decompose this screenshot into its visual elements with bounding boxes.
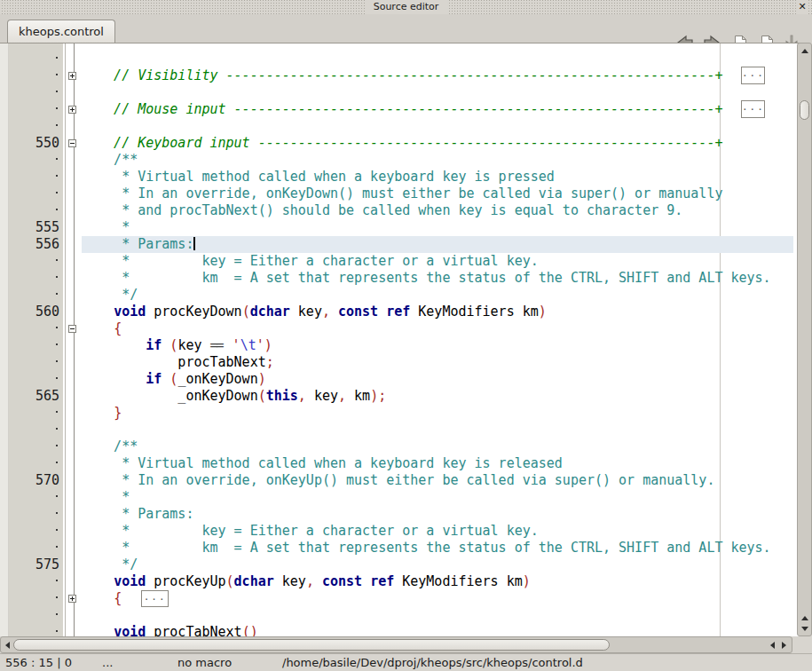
token-s: , (338, 388, 346, 404)
code-line[interactable]: * and procTabNext() should be called whe… (0, 202, 793, 219)
line-dot (56, 495, 58, 497)
code-text: /** (82, 438, 793, 455)
line-dot (56, 377, 58, 379)
line-dot (56, 175, 58, 177)
line-number: 560 (35, 304, 59, 320)
macro-state-indicator: no macro (177, 654, 232, 671)
line-dot (56, 74, 58, 75)
token-c: // Keyboard input ----------------------… (82, 135, 722, 151)
code-text: if (_onKeyDown) (82, 371, 793, 388)
scroll-right-button[interactable] (779, 637, 789, 652)
code-line[interactable]: /** (0, 438, 793, 455)
code-line[interactable]: void procTabNext() (0, 624, 793, 636)
code-line[interactable]: 550 // Keyboard input ------------------… (0, 135, 793, 152)
gutter-cell (0, 354, 64, 371)
vertical-scrollbar[interactable] (797, 43, 812, 636)
line-dot (56, 411, 58, 413)
code-line[interactable]: * In an override, onKeyDown() must eithe… (0, 186, 793, 202)
token-d: * In an override, onKeyDown() must eithe… (82, 186, 722, 201)
chevron-right-icon (782, 642, 786, 649)
vertical-scrollbar-thumb[interactable] (800, 100, 809, 120)
fold-cell (64, 557, 82, 573)
close-icon[interactable]: ✕ (796, 0, 808, 14)
token-p: key (177, 337, 209, 353)
fold-collapse-icon[interactable] (68, 325, 76, 333)
gutter-cell (0, 320, 64, 337)
code-line[interactable]: * (0, 489, 793, 506)
fold-expand-icon[interactable] (68, 595, 76, 603)
code-line[interactable]: 560 void procKeyDown(dchar key, const re… (0, 304, 793, 320)
scroll-up-button[interactable] (798, 45, 811, 56)
code-line[interactable]: * key = Either a character or a virtual … (0, 523, 793, 540)
line-dot (56, 91, 58, 92)
code-line[interactable] (0, 84, 793, 101)
scroll-left-button[interactable] (3, 637, 12, 652)
horizontal-scrollbar-thumb[interactable] (13, 639, 610, 651)
code-line[interactable]: 565 _onKeyDown(this, key, km); (0, 388, 793, 405)
code-line[interactable]: { (0, 320, 793, 337)
chevron-up-icon (801, 616, 808, 620)
code-line[interactable] (0, 118, 793, 135)
code-text: * (82, 219, 793, 236)
fold-cell (64, 118, 82, 135)
token-e: \t (240, 337, 256, 353)
scrollbar-corner (792, 636, 812, 653)
collapsed-fold-ellipsis[interactable]: ... (141, 590, 169, 607)
line-number: 555 (35, 219, 59, 235)
current-code-line[interactable]: 556 * Params: (0, 236, 793, 253)
token-p: KeyModifiers km (410, 304, 539, 320)
fold-cell (64, 152, 82, 169)
code-text: * km = A set that represents the status … (82, 540, 793, 557)
fold-cell (64, 607, 82, 624)
code-line[interactable]: // Visibility --------------------------… (0, 67, 793, 84)
code-line[interactable]: */ (0, 287, 793, 304)
gutter-cell (0, 607, 64, 624)
tab-kheops-control[interactable]: kheops.control (7, 20, 115, 43)
code-line[interactable]: * Params: (0, 506, 793, 523)
code-line[interactable]: * key = Either a character or a virtual … (0, 253, 793, 270)
fold-expand-icon[interactable] (68, 106, 76, 114)
token-p: _onKeyDown (82, 388, 258, 404)
code-line[interactable] (0, 422, 793, 438)
code-line[interactable]: 575 */ (0, 557, 793, 573)
code-line[interactable]: * km = A set that represents the status … (0, 270, 793, 287)
token-s: , (306, 573, 314, 589)
code-line[interactable]: void procKeyUp(dchar key, const ref KeyM… (0, 573, 793, 590)
line-dot (56, 124, 58, 126)
token-s: ; (266, 354, 274, 370)
code-line[interactable]: * Virtual method called when a keyboard … (0, 169, 793, 186)
scroll-up-button-bottom[interactable] (798, 612, 811, 623)
line-number: 565 (35, 388, 59, 404)
scroll-left-button-right[interactable] (768, 637, 777, 652)
code-line[interactable] (0, 607, 793, 624)
token-d: * Params: (82, 506, 193, 522)
token-k: dchar (234, 573, 274, 589)
fold-cell (64, 337, 82, 354)
token-s: { (114, 590, 122, 606)
token-s: ' (256, 337, 264, 353)
chevron-left-icon (770, 642, 775, 649)
token-d: * km = A set that represents the status … (82, 540, 771, 556)
scroll-down-button[interactable] (798, 623, 811, 634)
panel-title-bar[interactable]: Source editor ✕ (0, 0, 812, 14)
gutter-cell (0, 51, 64, 67)
fold-expand-icon[interactable] (68, 72, 76, 80)
horizontal-scrollbar[interactable] (0, 636, 792, 653)
code-line[interactable]: } (0, 405, 793, 422)
token-s: } (114, 405, 122, 421)
code-line[interactable]: /** (0, 152, 793, 169)
code-line[interactable]: if (key == '\t') (0, 337, 793, 354)
fold-cell (64, 472, 82, 489)
fold-collapse-icon[interactable] (68, 139, 76, 147)
code-line[interactable]: {... (0, 590, 793, 607)
code-line[interactable]: * Virtual method called when a keyboard … (0, 455, 793, 472)
code-line[interactable] (0, 51, 793, 67)
caret-position-indicator: 556 : 15 | 0 (5, 654, 72, 671)
code-line[interactable]: procTabNext; (0, 354, 793, 371)
code-line[interactable]: 570 * In an override, onKeyUp() must eit… (0, 472, 793, 489)
code-line[interactable]: if (_onKeyDown) (0, 371, 793, 388)
code-editor[interactable]: // Visibility --------------------------… (0, 43, 808, 636)
code-line[interactable]: * km = A set that represents the status … (0, 540, 793, 557)
code-line[interactable]: 555 * (0, 219, 793, 236)
code-line[interactable]: // Mouse input -------------------------… (0, 101, 793, 118)
